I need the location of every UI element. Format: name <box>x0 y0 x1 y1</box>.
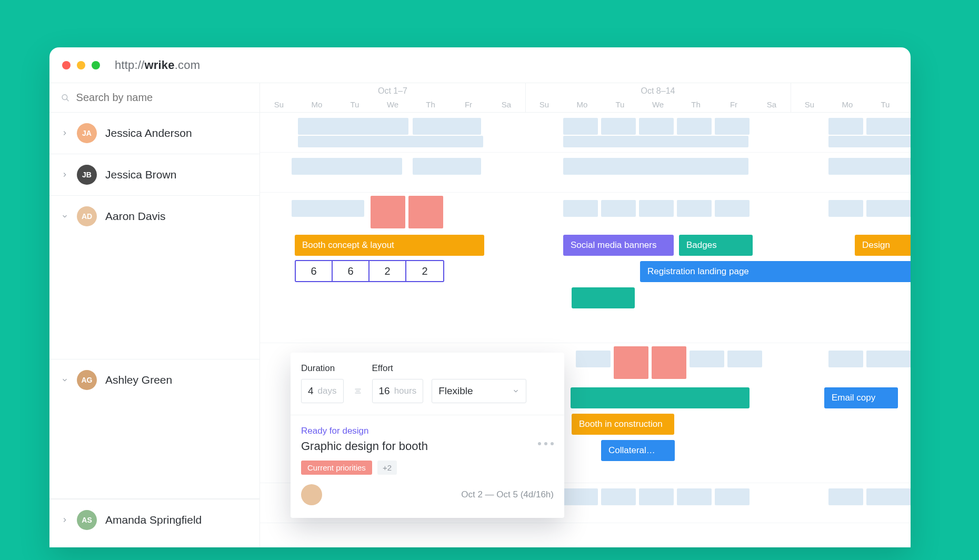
search-input[interactable] <box>76 92 248 104</box>
svg-line-1 <box>66 99 68 101</box>
hours-cell[interactable]: 6 <box>296 261 333 281</box>
workload-block[interactable] <box>298 136 483 147</box>
workload-block[interactable] <box>614 346 648 379</box>
timeline-header: Oct 1–7 Oct 8–14 SuMoTuWeThFrSaSuMoTuWeT… <box>260 83 911 113</box>
workload-block[interactable] <box>866 488 911 505</box>
workload-block[interactable] <box>639 488 674 505</box>
minimize-icon[interactable] <box>77 61 85 69</box>
workload-block[interactable] <box>866 351 911 367</box>
workload-block[interactable] <box>866 118 911 135</box>
app-window: http://wrike.com JA Jessica Anderson JB <box>49 47 911 547</box>
day-header: Mo <box>298 100 336 109</box>
workload-block[interactable] <box>408 196 443 228</box>
day-header: Fr <box>715 100 753 109</box>
workload-block[interactable] <box>727 351 762 367</box>
workload-block[interactable] <box>298 118 408 135</box>
week-label: Oct 8–14 <box>641 86 675 96</box>
task-status[interactable]: Ready for design <box>301 426 554 436</box>
workload-block[interactable] <box>828 200 863 217</box>
task-bar[interactable] <box>571 387 750 408</box>
avatar: AS <box>77 510 97 530</box>
workload-block[interactable] <box>601 488 636 505</box>
workload-block[interactable] <box>639 200 674 217</box>
task-bar[interactable] <box>572 287 635 308</box>
task-bar[interactable]: Booth in construction <box>572 414 674 435</box>
workload-block[interactable] <box>677 200 712 217</box>
workload-block[interactable] <box>563 136 748 147</box>
maximize-icon[interactable] <box>92 61 100 69</box>
close-icon[interactable] <box>62 61 71 69</box>
workload-block[interactable] <box>292 200 364 217</box>
avatar: JB <box>77 165 97 185</box>
assignee-avatar[interactable] <box>301 484 322 505</box>
day-header: Su <box>791 100 828 109</box>
workload-block[interactable] <box>576 351 611 367</box>
task-date-range: Oct 2 — Oct 5 (4d/16h) <box>461 489 554 500</box>
workload-block[interactable] <box>866 200 911 217</box>
workload-block[interactable] <box>677 118 712 135</box>
workload-block[interactable] <box>639 118 674 135</box>
workload-block[interactable] <box>715 200 750 217</box>
task-bar[interactable]: Design <box>855 235 911 256</box>
sidebar-item-user[interactable]: AS Amanda Springfield <box>49 499 259 541</box>
workload-block[interactable] <box>371 196 405 228</box>
avatar: AD <box>77 206 97 226</box>
workload-block[interactable] <box>652 346 686 379</box>
task-tag-more[interactable]: +2 <box>377 461 397 475</box>
hours-cell[interactable]: 6 <box>333 261 369 281</box>
effort-mode-select[interactable]: Flexible <box>432 379 526 403</box>
workload-block[interactable] <box>715 118 750 135</box>
task-bar[interactable]: Booth concept & layout <box>295 235 484 256</box>
hours-cell[interactable]: 2 <box>369 261 406 281</box>
chevron-down-icon <box>61 376 68 384</box>
effort-hours-grid[interactable]: 6 6 2 2 <box>295 260 444 282</box>
search-field[interactable] <box>49 83 259 113</box>
day-header: Th <box>412 100 449 109</box>
workload-block[interactable] <box>563 200 598 217</box>
workload-block[interactable] <box>563 158 748 175</box>
workload-block[interactable] <box>828 351 863 367</box>
workload-block[interactable] <box>828 118 863 135</box>
workload-block[interactable] <box>413 118 481 135</box>
workload-block[interactable] <box>563 488 598 505</box>
workload-block[interactable] <box>690 351 724 367</box>
task-bar[interactable]: Badges <box>679 235 753 256</box>
workload-block[interactable] <box>601 200 636 217</box>
task-bar[interactable]: Social media banners <box>563 235 674 256</box>
chevron-right-icon <box>61 171 68 178</box>
user-name: Aaron Davis <box>105 210 165 223</box>
user-name: Ashley Green <box>105 374 172 386</box>
address-bar[interactable]: http://wrike.com <box>115 58 200 72</box>
task-bar[interactable]: Collateral… <box>601 440 675 461</box>
workload-block[interactable] <box>292 158 402 175</box>
task-bar[interactable]: Email copy <box>824 387 898 408</box>
duration-input[interactable]: 4 days <box>301 379 344 403</box>
workload-block[interactable] <box>677 488 712 505</box>
window-controls <box>62 61 100 69</box>
user-name: Jessica Anderson <box>105 127 192 139</box>
workload-block[interactable] <box>413 158 481 175</box>
sidebar-item-user[interactable]: JA Jessica Anderson <box>49 113 259 154</box>
timeline[interactable]: Oct 1–7 Oct 8–14 SuMoTuWeThFrSaSuMoTuWeT… <box>260 83 911 547</box>
workload-block[interactable] <box>828 158 911 175</box>
chevron-down-icon <box>61 213 68 220</box>
workload-block[interactable] <box>563 118 598 135</box>
workload-block[interactable] <box>601 118 636 135</box>
more-icon[interactable] <box>538 442 554 445</box>
task-tag[interactable]: Current priorities <box>301 461 372 475</box>
effort-input[interactable]: 16 hours <box>372 379 424 403</box>
sidebar: JA Jessica Anderson JB Jessica Brown AD … <box>49 83 260 547</box>
day-header: Fr <box>449 100 487 109</box>
day-header: Tu <box>336 100 374 109</box>
hours-cell[interactable]: 2 <box>406 261 443 281</box>
workload-block[interactable] <box>828 136 911 147</box>
task-bar[interactable]: Registration landing page <box>640 261 911 282</box>
sidebar-item-user[interactable]: AD Aaron Davis <box>49 196 259 237</box>
workload-block[interactable] <box>715 488 750 505</box>
link-icon <box>352 385 364 397</box>
week-label: Oct 1–7 <box>378 86 407 96</box>
sidebar-item-user[interactable]: JB Jessica Brown <box>49 154 259 195</box>
sidebar-item-user[interactable]: AG Ashley Green <box>49 359 259 401</box>
workload-block[interactable] <box>828 488 863 505</box>
user-name: Amanda Springfield <box>105 514 202 526</box>
